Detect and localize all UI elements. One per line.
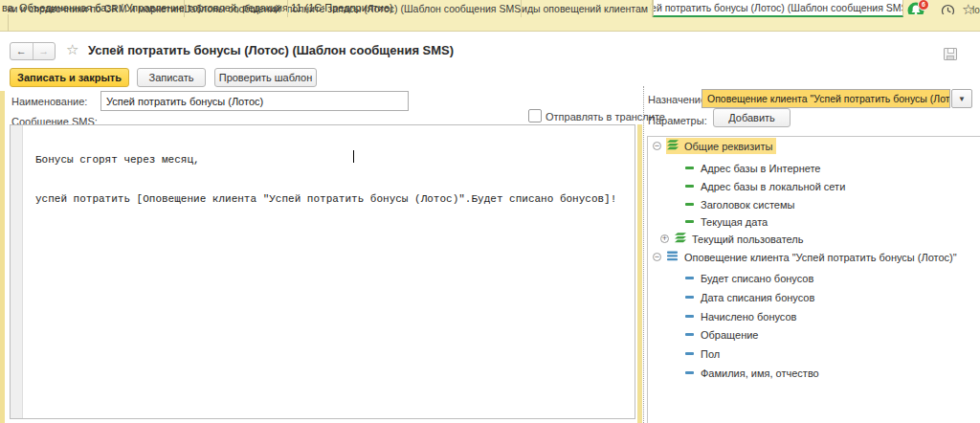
message-line: Бонусы сгорят через месяц, (35, 154, 616, 167)
attribute-green-icon (685, 185, 694, 188)
chevron-down-icon: ▼ (958, 95, 966, 103)
purpose-input[interactable]: Оповещение клиента "Успей потратить бону… (702, 89, 950, 108)
collapse-icon[interactable]: − (653, 253, 661, 261)
params-label: Параметры: (648, 115, 707, 126)
attribute-green-icon (685, 167, 694, 169)
message-line: успей потратить [Оповещение клиента "Усп… (35, 193, 616, 207)
tree-item-label: Фамилия, имя, отчество (701, 367, 819, 379)
translit-checkbox[interactable] (528, 109, 542, 122)
tree-item-base-address-internet[interactable]: Адрес базы в Интернете (647, 159, 821, 177)
tab-message-templates[interactable]: Шаблоны сообщений × (185, 0, 288, 17)
purpose-dropdown-button[interactable]: ▼ (951, 89, 972, 108)
forward-button[interactable]: → (33, 43, 56, 59)
purpose-value: Оповещение клиента "Успей потратить бону… (707, 93, 950, 104)
tree-item-label: Общие реквизиты (684, 141, 772, 152)
tab-notification-types[interactable]: Виды оповещений клиентам × (522, 0, 653, 17)
tree-item-writeoff-date[interactable]: Дата списания бонусов (647, 288, 814, 306)
textarea-gutter (11, 125, 23, 418)
attribute-blue-icon (685, 352, 694, 355)
window-save-icon[interactable] (944, 48, 957, 60)
tree-item-base-address-local[interactable]: Адрес базы в локальной сети (647, 177, 845, 195)
tree-item-label: Дата списания бонусов (701, 292, 814, 303)
attribute-blue-icon (685, 333, 694, 336)
star-icon: ☆ (66, 41, 78, 57)
tab-spend-bonuses-active[interactable]: Успей потратить бонусы (Лотос) (Шаблон с… (653, 0, 903, 17)
collapse-icon[interactable]: − (653, 142, 661, 150)
selected-row-highlight: Общие реквизиты (666, 138, 776, 154)
attribute-blue-icon (685, 315, 694, 318)
tree-item-accrued-bonuses[interactable]: Начислено бонусов (647, 307, 796, 325)
tab-label: ройки и справочники по CRM и маркетингу (8, 3, 185, 14)
save-button[interactable]: Записать (137, 68, 206, 87)
tree-item-salutation[interactable]: Обращение (647, 325, 758, 344)
attribute-blue-icon (685, 371, 694, 374)
list-blue-icon (666, 251, 679, 263)
attribute-green-icon (685, 220, 694, 223)
layers-green-icon (666, 140, 679, 152)
tree-item-label: Заголовок системы (701, 199, 794, 211)
text-cursor (353, 150, 354, 163)
tree-group-current-user[interactable]: + Текущий пользователь (647, 230, 803, 248)
attribute-blue-icon (685, 296, 694, 299)
tab-replenish-stock[interactable]: Пополните запасы (Лотос) (Шаблон сообщен… (288, 0, 522, 17)
tab-label: Виды оповещений клиентам (522, 3, 648, 14)
panel-divider (643, 86, 644, 423)
tree-item-label: Оповещение клиента "Успей потратить бону… (684, 252, 957, 263)
name-field-label: Наименование: (11, 96, 87, 107)
application-window: ва. Объединенная база / Управление торго… (0, 0, 980, 423)
nav-button-group: ← → (10, 42, 56, 60)
page-title: Успей потратить бонусы (Лотос) (Шаблон с… (88, 43, 454, 57)
attribute-green-icon (685, 203, 694, 206)
tree-item-label: Пол (701, 348, 720, 360)
tree-group-common-attributes[interactable]: − Общие реквизиты (647, 137, 776, 155)
name-input[interactable]: Успей потратить бонусы (Лотос) (100, 91, 409, 111)
check-template-button[interactable]: Проверить шаблон (214, 68, 317, 87)
tree-item-label: Обращение (701, 329, 758, 341)
tab-label: Пополните запасы (Лотос) (Шаблон сообщен… (288, 3, 522, 14)
save-and-close-button[interactable]: Записать и закрыть (10, 68, 129, 87)
tree-item-bonuses-to-writeoff[interactable]: Будет списано бонусов (647, 269, 813, 287)
tab-crm-settings[interactable]: ройки и справочники по CRM и маркетингу … (8, 0, 185, 17)
tree-item-label: Адрес базы в локальной сети (701, 181, 845, 192)
tree-item-full-name[interactable]: Фамилия, имя, отчество (647, 364, 819, 382)
name-value: Успей потратить бонусы (Лотос) (106, 96, 263, 107)
back-button[interactable]: ← (11, 43, 33, 59)
expand-icon[interactable]: + (660, 234, 669, 243)
tree-item-label: Текущая дата (701, 216, 768, 228)
purpose-label: Назначение: (648, 94, 709, 105)
sms-message-textarea[interactable]: Бонусы сгорят через месяц, успей потрати… (10, 124, 635, 419)
tree-item-gender[interactable]: Пол (647, 345, 720, 363)
tree-item-current-date[interactable]: Текущая дата (647, 212, 768, 231)
add-parameter-button[interactable]: Добавить (713, 108, 791, 127)
tab-label: Шаблоны сообщений (185, 3, 280, 14)
tree-item-system-title[interactable]: Заголовок системы (647, 195, 794, 213)
tab-label: Успей потратить бонусы (Лотос) (Шаблон с… (653, 2, 903, 13)
tree-item-label: Текущий пользователь (692, 234, 803, 245)
tree-item-label: Адрес базы в Интернете (701, 163, 821, 174)
layers-green-icon (674, 233, 686, 245)
add-to-favorites-button[interactable]: ☆ (66, 41, 78, 58)
tree-item-label: Будет списано бонусов (701, 273, 813, 284)
tree-group-client-notification[interactable]: − Оповещение клиента "Успей потратить бо… (647, 248, 957, 266)
panel-splitter[interactable] (637, 124, 642, 423)
tree-item-label: Начислено бонусов (701, 311, 796, 323)
form-left-splitter[interactable] (0, 91, 5, 423)
attribute-blue-icon (685, 277, 694, 279)
